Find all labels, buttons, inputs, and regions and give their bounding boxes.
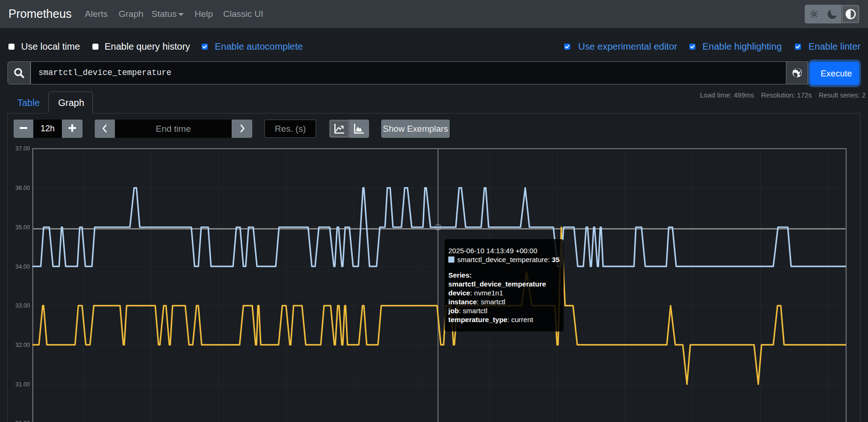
svg-text:32.00: 32.00: [15, 342, 30, 348]
svg-text:36.00: 36.00: [15, 185, 30, 191]
svg-text:37.00: 37.00: [15, 145, 30, 152]
svg-text:30.00: 30.00: [15, 420, 30, 422]
svg-text:35.00: 35.00: [15, 224, 30, 231]
svg-text:34.00: 34.00: [15, 264, 30, 270]
svg-text:33.00: 33.00: [15, 302, 30, 309]
svg-text:31.00: 31.00: [15, 381, 30, 388]
